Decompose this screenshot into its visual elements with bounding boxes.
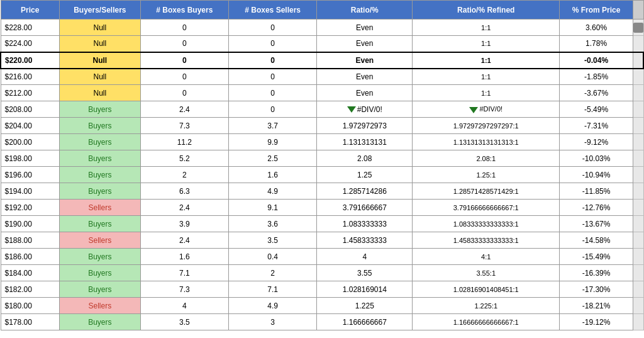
price-cell: $178.00 [1,314,60,330]
table-row: $188.00Sellers2.43.51.4583333331.4583333… [1,232,643,249]
ratio-refined-cell: 1.08333333333333:1 [413,216,560,232]
boxes-buyers-header: # Boxes Buyers [140,1,228,20]
from-price-cell: -10.03% [560,150,633,167]
scrollbar-cell [633,36,643,52]
ratio-cell: Even [317,85,413,101]
buyers-sellers-cell: Buyers [60,265,141,281]
scrollbar-cell [633,281,643,298]
ratio-refined-cell: 2.08:1 [413,150,560,167]
boxes-buyers-cell: 5.2 [140,150,228,167]
table-row: $198.00Buyers5.22.52.082.08:1-10.03% [1,150,643,167]
boxes-sellers-cell: 1.6 [228,167,316,183]
buyers-sellers-cell: Buyers [60,183,141,200]
ratio-cell: 3.55 [317,265,413,281]
boxes-buyers-cell: 2.4 [140,200,228,216]
boxes-sellers-cell: 3.6 [228,216,316,232]
table-row: $212.00Null00Even1:1-3.67% [1,85,643,101]
price-cell: $194.00 [1,183,60,200]
table-row: $178.00Buyers3.531.1666666671.1666666666… [1,314,643,330]
boxes-sellers-cell: 0 [228,36,316,52]
scrollbar-cell [633,118,643,134]
boxes-sellers-cell: 0 [228,101,316,118]
ratio-refined-cell: 1.25:1 [413,167,560,183]
price-cell: $192.00 [1,200,60,216]
from-price-header: % From Price [560,1,633,20]
table-row: $192.00Sellers2.49.13.7916666673.7916666… [1,200,643,216]
boxes-sellers-cell: 3.5 [228,232,316,249]
buyers-sellers-cell: Null [60,52,141,69]
boxes-buyers-cell: 4 [140,298,228,314]
boxes-buyers-cell: 3.9 [140,216,228,232]
price-cell: $228.00 [1,20,60,36]
boxes-sellers-cell: 0 [228,69,316,85]
boxes-buyers-cell: 0 [140,52,228,69]
ratio-cell: #DIV/0! [317,101,413,118]
ratio-cell: 1.131313131 [317,134,413,150]
ratio-refined-cell: 1:1 [413,69,560,85]
table-row: $208.00Buyers2.40#DIV/0!#DIV/0!-5.49% [1,101,643,118]
from-price-cell: -3.67% [560,85,633,101]
boxes-sellers-cell: 0.4 [228,249,316,265]
scrollbar-cell [633,298,643,314]
buyers-sellers-cell: Buyers [60,150,141,167]
price-cell: $182.00 [1,281,60,298]
table-row: $180.00Sellers44.91.2251.225:1-18.21% [1,298,643,314]
scrollbar-cell [633,52,643,69]
ratio-refined-cell: 1.97297297297297:1 [413,118,560,134]
boxes-buyers-cell: 11.2 [140,134,228,150]
header-row: Price Buyers/Sellers # Boxes Buyers # Bo… [1,1,643,20]
ratio-cell: Even [317,20,413,36]
from-price-cell: 3.60% [560,20,633,36]
from-price-cell: -16.39% [560,265,633,281]
ratio-cell: 1.083333333 [317,216,413,232]
from-price-cell: -14.58% [560,232,633,249]
from-price-cell: -9.12% [560,134,633,150]
ratio-refined-cell: 1.16666666666667:1 [413,314,560,330]
boxes-sellers-cell: 0 [228,52,316,69]
table-row: $204.00Buyers7.33.71.9729729731.97297297… [1,118,643,134]
boxes-sellers-cell: 3.7 [228,118,316,134]
boxes-sellers-cell: 3 [228,314,316,330]
boxes-buyers-cell: 6.3 [140,183,228,200]
buyers-sellers-cell: Null [60,69,141,85]
boxes-sellers-cell: 9.9 [228,134,316,150]
scrollbar-cell [633,232,643,249]
ratio-refined-cell: 3.55:1 [413,265,560,281]
buyers-sellers-cell: Sellers [60,298,141,314]
price-cell: $224.00 [1,36,60,52]
boxes-buyers-cell: 7.3 [140,118,228,134]
ratio-cell: 1.285714286 [317,183,413,200]
boxes-sellers-cell: 4.9 [228,298,316,314]
scrollbar-cell [633,265,643,281]
from-price-cell: -17.30% [560,281,633,298]
ratio-refined-cell: 1:1 [413,36,560,52]
scrollbar-cell [633,216,643,232]
scrollbar-header [633,1,643,20]
price-cell: $216.00 [1,69,60,85]
boxes-buyers-cell: 0 [140,85,228,101]
ratio-cell: 2.08 [317,150,413,167]
scrollbar-cell [633,200,643,216]
ratio-cell: Even [317,36,413,52]
ratio-cell: 4 [317,249,413,265]
buyers-sellers-header: Buyers/Sellers [60,1,141,20]
boxes-buyers-cell: 2.4 [140,101,228,118]
price-cell: $180.00 [1,298,60,314]
from-price-cell: -1.85% [560,69,633,85]
boxes-sellers-header: # Boxes Sellers [228,1,316,20]
ratio-refined-cell: #DIV/0! [413,101,560,118]
table-row: $216.00Null00Even1:1-1.85% [1,69,643,85]
ratio-cell: 1.25 [317,167,413,183]
scrollbar-cell [633,85,643,101]
ratio-refined-cell: 1.28571428571429:1 [413,183,560,200]
ratio-refined-cell: 1:1 [413,85,560,101]
table-row: $182.00Buyers7.37.11.0281690141.02816901… [1,281,643,298]
ratio-refined-cell: 1.02816901408451:1 [413,281,560,298]
flag-icon [347,106,356,113]
ratio-refined-header: Ratio/% Refined [413,1,560,20]
ratio-cell: 1.028169014 [317,281,413,298]
ratio-refined-cell: 3.79166666666667:1 [413,200,560,216]
buyers-sellers-cell: Buyers [60,118,141,134]
price-cell: $208.00 [1,101,60,118]
boxes-sellers-cell: 2.5 [228,150,316,167]
